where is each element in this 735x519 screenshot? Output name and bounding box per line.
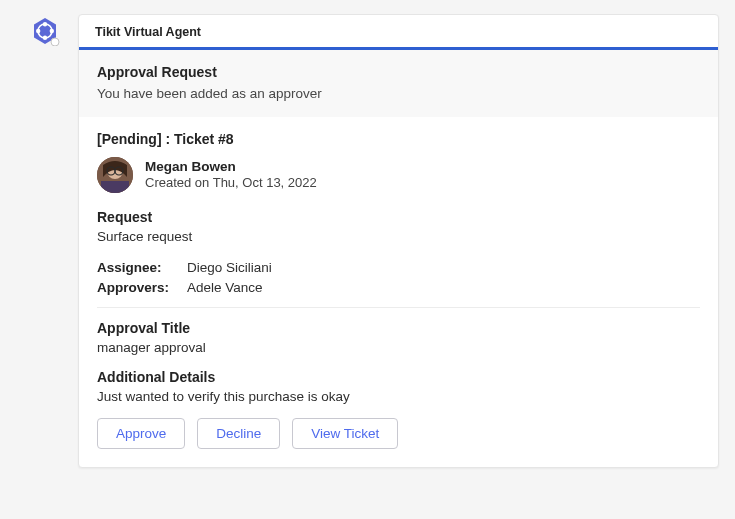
requester-row: Megan Bowen Created on Thu, Oct 13, 2022 [97, 157, 700, 193]
divider [97, 307, 700, 308]
request-text: Surface request [97, 229, 700, 244]
assignee-label: Assignee: [97, 258, 187, 278]
svg-point-5 [43, 36, 47, 40]
approvers-row: Approvers: Adele Vance [97, 278, 700, 298]
svg-rect-12 [101, 181, 129, 193]
approval-card: Tikit Virtual Agent Approval Request You… [78, 14, 719, 468]
decline-button[interactable]: Decline [197, 418, 280, 449]
svg-point-4 [43, 22, 47, 26]
app-name: Tikit Virtual Agent [79, 15, 718, 47]
header-title: Approval Request [97, 64, 700, 80]
requester-avatar [97, 157, 133, 193]
header-subtitle: You have been added as an approver [97, 86, 700, 101]
approve-button[interactable]: Approve [97, 418, 185, 449]
svg-point-3 [50, 29, 54, 33]
card-body: [Pending] : Ticket #8 Megan Bowen [79, 117, 718, 467]
approval-title-label: Approval Title [97, 320, 700, 336]
request-label: Request [97, 209, 700, 225]
ticket-status: [Pending] : Ticket #8 [97, 131, 700, 147]
additional-details-text: Just wanted to verify this purchase is o… [97, 389, 700, 404]
assignee-row: Assignee: Diego Siciliani [97, 258, 700, 278]
bot-avatar-icon [30, 16, 60, 468]
requester-name: Megan Bowen [145, 158, 317, 176]
created-on: Created on Thu, Oct 13, 2022 [145, 175, 317, 192]
approvers-value: Adele Vance [187, 278, 263, 298]
approval-title-text: manager approval [97, 340, 700, 355]
approvers-label: Approvers: [97, 278, 187, 298]
svg-point-2 [36, 29, 40, 33]
card-header: Approval Request You have been added as … [79, 50, 718, 117]
button-row: Approve Decline View Ticket [97, 418, 700, 449]
view-ticket-button[interactable]: View Ticket [292, 418, 398, 449]
svg-point-6 [51, 38, 59, 46]
assignee-value: Diego Siciliani [187, 258, 272, 278]
additional-details-label: Additional Details [97, 369, 700, 385]
